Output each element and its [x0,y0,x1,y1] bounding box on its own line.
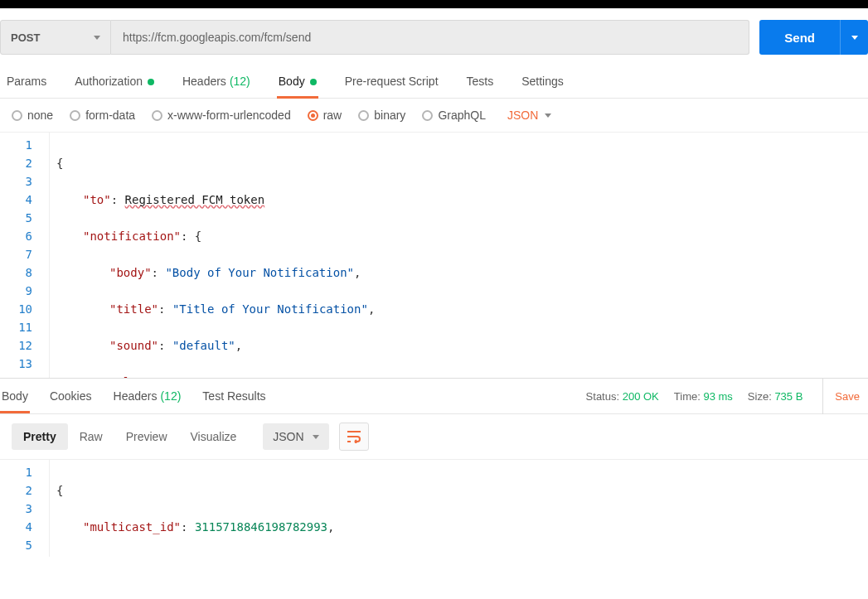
radio-graphql[interactable]: GraphQL [422,109,486,122]
radio-binary[interactable]: binary [358,109,405,122]
response-meta: Status: 200 OK Time: 93 ms Size: 735 B S… [586,378,860,414]
time-value: 93 ms [703,390,732,403]
url-value: https://fcm.googleapis.com/fcm/send [123,31,311,44]
send-dropdown-button[interactable] [840,20,868,55]
radio-none[interactable]: none [12,109,53,122]
window-top-bar [0,0,868,8]
tab-body[interactable]: Body [277,66,318,98]
response-tab-headers[interactable]: Headers(12) [112,379,183,413]
status-value: 200 OK [623,390,659,403]
chevron-down-icon [313,435,319,439]
save-response-button[interactable]: Save [822,378,860,414]
view-preview[interactable]: Preview [114,423,179,450]
code-area[interactable]: { "to": Registered FCM token "notificati… [50,133,438,378]
view-raw[interactable]: Raw [68,423,114,450]
status-dot-icon [148,79,154,85]
radio-icon [70,110,80,121]
radio-icon [12,110,22,121]
response-tabs: Body Cookies Headers(12) Test Results St… [0,378,868,414]
response-view-bar: Pretty Raw Preview Visualize JSON [0,414,868,459]
radio-form-data[interactable]: form-data [70,109,135,122]
chevron-down-icon [545,114,551,118]
radio-icon [422,110,433,121]
send-button-group: Send [759,20,868,55]
tab-prerequest[interactable]: Pre-request Script [343,66,440,98]
body-language-dropdown[interactable]: JSON [507,109,551,122]
radio-raw[interactable]: raw [308,109,342,122]
radio-icon [152,110,162,121]
tab-params[interactable]: Params [5,66,48,98]
tab-authorization[interactable]: Authorization [73,66,156,98]
response-format-dropdown[interactable]: JSON [263,423,328,450]
url-input[interactable]: https://fcm.googleapis.com/fcm/send [111,20,749,55]
chevron-down-icon [94,36,100,40]
request-row: POST https://fcm.googleapis.com/fcm/send… [0,8,868,66]
body-type-row: none form-data x-www-form-urlencoded raw… [0,99,868,133]
response-tab-tests[interactable]: Test Results [201,379,267,413]
tab-settings[interactable]: Settings [520,66,565,98]
view-pretty[interactable]: Pretty [12,423,68,450]
send-button[interactable]: Send [759,20,840,55]
response-tab-body[interactable]: Body [0,379,30,413]
size-value: 735 B [774,390,803,403]
radio-urlencoded[interactable]: x-www-form-urlencoded [152,109,291,122]
tab-tests[interactable]: Tests [465,66,496,98]
chevron-down-icon [851,36,858,40]
response-body-editor[interactable]: 12345 { "multicast_id": 3115718846198782… [0,459,868,557]
http-method-dropdown[interactable]: POST [0,20,111,55]
line-gutter: 12345678910111213 [0,133,50,378]
status-dot-icon [310,79,317,85]
request-body-editor[interactable]: 12345678910111213 { "to": Registered FCM… [0,133,868,378]
http-method-value: POST [11,31,40,44]
tab-headers[interactable]: Headers(12) [181,66,252,98]
view-visualize[interactable]: Visualize [179,423,249,450]
radio-icon [358,110,369,121]
response-tab-cookies[interactable]: Cookies [48,379,94,413]
line-gutter: 12345 [0,460,50,557]
radio-icon [308,110,318,121]
code-area[interactable]: { "multicast_id": 3115718846198782993, "… [50,460,334,557]
wrap-icon [347,430,361,443]
wrap-lines-button[interactable] [339,423,369,451]
request-tabs: Params Authorization Headers(12) Body Pr… [0,66,868,99]
